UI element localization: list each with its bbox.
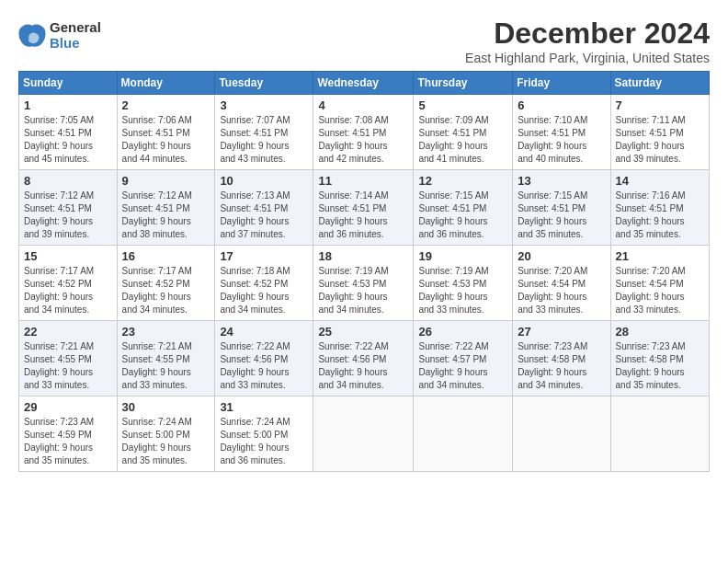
day-number: 19 [418, 249, 507, 263]
day-info: Sunrise: 7:12 AM Sunset: 4:51 PM Dayligh… [24, 190, 112, 241]
table-row: 28Sunrise: 7:23 AM Sunset: 4:58 PM Dayli… [610, 321, 709, 396]
table-row: 9Sunrise: 7:12 AM Sunset: 4:51 PM Daylig… [117, 170, 215, 246]
day-number: 8 [24, 174, 112, 188]
table-row: 8Sunrise: 7:12 AM Sunset: 4:51 PM Daylig… [19, 170, 118, 246]
table-row: 13Sunrise: 7:15 AM Sunset: 4:51 PM Dayli… [513, 170, 610, 246]
table-row: 27Sunrise: 7:23 AM Sunset: 4:58 PM Dayli… [513, 321, 610, 396]
day-number: 9 [122, 174, 210, 188]
header-tuesday: Tuesday [215, 72, 313, 95]
table-row: 3Sunrise: 7:07 AM Sunset: 4:51 PM Daylig… [215, 95, 313, 170]
table-row: 21Sunrise: 7:20 AM Sunset: 4:54 PM Dayli… [610, 246, 709, 321]
table-row: 18Sunrise: 7:19 AM Sunset: 4:53 PM Dayli… [313, 246, 414, 321]
day-info: Sunrise: 7:15 AM Sunset: 4:51 PM Dayligh… [518, 190, 605, 241]
day-info: Sunrise: 7:20 AM Sunset: 4:54 PM Dayligh… [616, 265, 704, 316]
table-row: 24Sunrise: 7:22 AM Sunset: 4:56 PM Dayli… [215, 321, 313, 396]
day-number: 18 [318, 249, 408, 263]
table-row: 12Sunrise: 7:15 AM Sunset: 4:51 PM Dayli… [414, 170, 513, 246]
day-number: 31 [220, 400, 308, 414]
table-row: 20Sunrise: 7:20 AM Sunset: 4:54 PM Dayli… [513, 246, 610, 321]
day-info: Sunrise: 7:19 AM Sunset: 4:53 PM Dayligh… [318, 265, 408, 316]
day-number: 12 [418, 174, 507, 188]
day-info: Sunrise: 7:11 AM Sunset: 4:51 PM Dayligh… [616, 114, 704, 166]
header-wednesday: Wednesday [313, 72, 414, 95]
day-number: 24 [220, 325, 308, 339]
logo-general-text: General [50, 20, 101, 36]
table-row: 26Sunrise: 7:22 AM Sunset: 4:57 PM Dayli… [414, 321, 513, 396]
main-title: December 2024 [465, 17, 710, 51]
day-info: Sunrise: 7:22 AM Sunset: 4:56 PM Dayligh… [220, 340, 308, 392]
day-info: Sunrise: 7:16 AM Sunset: 4:51 PM Dayligh… [616, 190, 704, 241]
day-number: 2 [122, 98, 210, 112]
day-number: 28 [616, 325, 704, 339]
day-number: 16 [122, 249, 210, 263]
table-row: 6Sunrise: 7:10 AM Sunset: 4:51 PM Daylig… [513, 95, 610, 170]
table-row: 5Sunrise: 7:09 AM Sunset: 4:51 PM Daylig… [414, 95, 513, 170]
day-info: Sunrise: 7:06 AM Sunset: 4:51 PM Dayligh… [122, 114, 210, 166]
table-row: 17Sunrise: 7:18 AM Sunset: 4:52 PM Dayli… [215, 246, 313, 321]
calendar-week-1: 1Sunrise: 7:05 AM Sunset: 4:51 PM Daylig… [19, 95, 710, 170]
day-number: 6 [518, 98, 605, 112]
day-number: 4 [318, 98, 408, 112]
day-number: 13 [518, 174, 605, 188]
day-info: Sunrise: 7:23 AM Sunset: 4:58 PM Dayligh… [518, 340, 605, 392]
day-info: Sunrise: 7:21 AM Sunset: 4:55 PM Dayligh… [122, 340, 210, 392]
header: General Blue December 2024 East Highland… [18, 17, 710, 65]
day-info: Sunrise: 7:22 AM Sunset: 4:57 PM Dayligh… [418, 340, 507, 392]
day-info: Sunrise: 7:18 AM Sunset: 4:52 PM Dayligh… [220, 265, 308, 316]
day-info: Sunrise: 7:07 AM Sunset: 4:51 PM Dayligh… [220, 114, 308, 166]
day-number: 23 [122, 325, 210, 339]
calendar-table: Sunday Monday Tuesday Wednesday Thursday… [18, 71, 710, 472]
day-info: Sunrise: 7:05 AM Sunset: 4:51 PM Dayligh… [24, 114, 112, 166]
day-info: Sunrise: 7:09 AM Sunset: 4:51 PM Dayligh… [418, 114, 507, 166]
logo: General Blue [18, 20, 101, 51]
subtitle: East Highland Park, Virginia, United Sta… [465, 51, 710, 65]
day-info: Sunrise: 7:15 AM Sunset: 4:51 PM Dayligh… [418, 190, 507, 241]
table-row: 19Sunrise: 7:19 AM Sunset: 4:53 PM Dayli… [414, 246, 513, 321]
day-info: Sunrise: 7:19 AM Sunset: 4:53 PM Dayligh… [418, 265, 507, 316]
table-row: 16Sunrise: 7:17 AM Sunset: 4:52 PM Dayli… [117, 246, 215, 321]
day-number: 26 [418, 325, 507, 339]
day-info: Sunrise: 7:24 AM Sunset: 5:00 PM Dayligh… [122, 416, 210, 467]
day-info: Sunrise: 7:21 AM Sunset: 4:55 PM Dayligh… [24, 340, 112, 392]
day-info: Sunrise: 7:22 AM Sunset: 4:56 PM Dayligh… [318, 340, 408, 392]
day-number: 20 [518, 249, 605, 263]
day-number: 27 [518, 325, 605, 339]
table-row: 15Sunrise: 7:17 AM Sunset: 4:52 PM Dayli… [19, 246, 118, 321]
day-info: Sunrise: 7:20 AM Sunset: 4:54 PM Dayligh… [518, 265, 605, 316]
day-info: Sunrise: 7:17 AM Sunset: 4:52 PM Dayligh… [24, 265, 112, 316]
table-row: 14Sunrise: 7:16 AM Sunset: 4:51 PM Dayli… [610, 170, 709, 246]
header-saturday: Saturday [610, 72, 709, 95]
day-number: 17 [220, 249, 308, 263]
day-number: 29 [24, 400, 112, 414]
day-info: Sunrise: 7:13 AM Sunset: 4:51 PM Dayligh… [220, 190, 308, 241]
table-row: 10Sunrise: 7:13 AM Sunset: 4:51 PM Dayli… [215, 170, 313, 246]
table-row: 7Sunrise: 7:11 AM Sunset: 4:51 PM Daylig… [610, 95, 709, 170]
day-number: 15 [24, 249, 112, 263]
logo-blue-text: Blue [50, 36, 101, 52]
header-friday: Friday [513, 72, 610, 95]
table-row: 2Sunrise: 7:06 AM Sunset: 4:51 PM Daylig… [117, 95, 215, 170]
day-number: 30 [122, 400, 210, 414]
calendar-week-4: 22Sunrise: 7:21 AM Sunset: 4:55 PM Dayli… [19, 321, 710, 396]
day-number: 1 [24, 98, 112, 112]
day-info: Sunrise: 7:17 AM Sunset: 4:52 PM Dayligh… [122, 265, 210, 316]
table-row: 30Sunrise: 7:24 AM Sunset: 5:00 PM Dayli… [117, 396, 215, 472]
day-info: Sunrise: 7:12 AM Sunset: 4:51 PM Dayligh… [122, 190, 210, 241]
header-monday: Monday [117, 72, 215, 95]
table-row: 11Sunrise: 7:14 AM Sunset: 4:51 PM Dayli… [313, 170, 414, 246]
day-number: 22 [24, 325, 112, 339]
day-info: Sunrise: 7:24 AM Sunset: 5:00 PM Dayligh… [220, 416, 308, 467]
page-container: General Blue December 2024 East Highland… [0, 0, 728, 481]
day-number: 14 [616, 174, 704, 188]
table-row: 25Sunrise: 7:22 AM Sunset: 4:56 PM Dayli… [313, 321, 414, 396]
day-number: 10 [220, 174, 308, 188]
day-number: 21 [616, 249, 704, 263]
calendar-header-row: Sunday Monday Tuesday Wednesday Thursday… [19, 72, 710, 95]
table-row: 23Sunrise: 7:21 AM Sunset: 4:55 PM Dayli… [117, 321, 215, 396]
day-info: Sunrise: 7:23 AM Sunset: 4:59 PM Dayligh… [24, 416, 112, 467]
logo-text: General Blue [50, 20, 101, 51]
table-row: 29Sunrise: 7:23 AM Sunset: 4:59 PM Dayli… [19, 396, 118, 472]
calendar-week-5: 29Sunrise: 7:23 AM Sunset: 4:59 PM Dayli… [19, 396, 710, 472]
day-info: Sunrise: 7:08 AM Sunset: 4:51 PM Dayligh… [318, 114, 408, 166]
day-number: 3 [220, 98, 308, 112]
